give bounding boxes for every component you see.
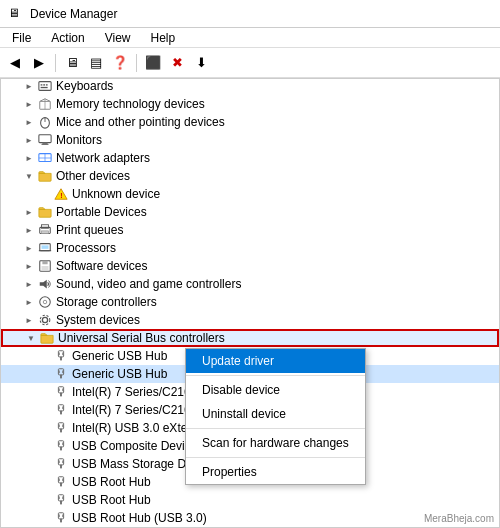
svg-rect-1 xyxy=(41,84,43,85)
item-label-processors: Processors xyxy=(56,241,116,255)
svg-rect-60 xyxy=(60,483,62,487)
item-icon-roothub2 xyxy=(53,492,69,508)
expand-icon-storage[interactable]: ► xyxy=(21,294,37,310)
context-menu-item-scan-changes[interactable]: Scan for hardware changes xyxy=(186,431,365,455)
context-menu-item-update-driver[interactable]: Update driver xyxy=(186,349,365,373)
svg-rect-19 xyxy=(42,231,49,234)
tree-item-monitors[interactable]: ►Monitors xyxy=(1,131,499,149)
tree-item-portable[interactable]: ►Portable Devices xyxy=(1,203,499,221)
menu-file[interactable]: File xyxy=(8,30,35,46)
tree-item-usb[interactable]: ▼Universal Serial Bus controllers xyxy=(1,329,499,347)
app-icon: 🖥 xyxy=(8,6,24,22)
item-label-monitors: Monitors xyxy=(56,133,102,147)
svg-rect-64 xyxy=(60,501,62,505)
tree-item-unknown[interactable]: !Unknown device xyxy=(1,185,499,203)
list-button[interactable]: ▤ xyxy=(85,52,107,74)
item-icon-system xyxy=(37,312,53,328)
forward-button[interactable]: ▶ xyxy=(28,52,50,74)
expand-icon-usb[interactable]: ▼ xyxy=(23,330,39,346)
uninstall-button[interactable]: ✖ xyxy=(166,52,188,74)
svg-rect-44 xyxy=(60,411,62,415)
tree-item-memory[interactable]: ►Memory technology devices xyxy=(1,95,499,113)
expand-icon-intel3[interactable] xyxy=(37,420,53,436)
context-menu-item-properties[interactable]: Properties xyxy=(186,460,365,484)
item-icon-intel1 xyxy=(53,384,69,400)
svg-rect-56 xyxy=(60,465,62,469)
context-menu-item-uninstall-device[interactable]: Uninstall device xyxy=(186,402,365,426)
expand-icon-composite[interactable] xyxy=(37,438,53,454)
svg-rect-68 xyxy=(60,519,62,523)
expand-icon-massstorage[interactable] xyxy=(37,456,53,472)
expand-icon-memory[interactable]: ► xyxy=(21,96,37,112)
expand-icon-print[interactable]: ► xyxy=(21,222,37,238)
svg-rect-36 xyxy=(60,375,62,379)
expand-icon-roothub3[interactable] xyxy=(37,510,53,526)
svg-rect-40 xyxy=(60,393,62,397)
expand-icon-portable[interactable]: ► xyxy=(21,204,37,220)
expand-icon-system[interactable]: ► xyxy=(21,312,37,328)
tree-item-keyboards[interactable]: ►Keyboards xyxy=(1,78,499,95)
expand-icon-intel2[interactable] xyxy=(37,402,53,418)
item-label-system: System devices xyxy=(56,313,140,327)
expand-icon-network[interactable]: ► xyxy=(21,150,37,166)
expand-icon-sound[interactable]: ► xyxy=(21,276,37,292)
tree-item-roothub2[interactable]: USB Root Hub xyxy=(1,491,499,509)
item-icon-print xyxy=(37,222,53,238)
item-label-usb: Universal Serial Bus controllers xyxy=(58,331,225,345)
expand-icon-mice[interactable]: ► xyxy=(21,114,37,130)
watermark: MeraBheja.com xyxy=(424,513,494,524)
item-label-generic2: Generic USB Hub xyxy=(72,367,167,381)
computer-button[interactable]: 🖥 xyxy=(61,52,83,74)
expand-icon-roothub1[interactable] xyxy=(37,474,53,490)
svg-rect-24 xyxy=(42,261,47,265)
item-label-sound: Sound, video and game controllers xyxy=(56,277,241,291)
svg-point-27 xyxy=(40,297,51,308)
menu-action[interactable]: Action xyxy=(47,30,88,46)
svg-rect-48 xyxy=(60,429,62,433)
item-label-roothub1: USB Root Hub xyxy=(72,475,151,489)
svg-point-30 xyxy=(40,315,50,325)
tree-item-print[interactable]: ►Print queues xyxy=(1,221,499,239)
scan-button[interactable]: ⬛ xyxy=(142,52,164,74)
tree-item-sound[interactable]: ►Sound, video and game controllers xyxy=(1,275,499,293)
svg-rect-2 xyxy=(43,84,45,85)
tree-item-network[interactable]: ►Network adapters xyxy=(1,149,499,167)
item-icon-massstorage xyxy=(53,456,69,472)
expand-icon-unknown[interactable] xyxy=(37,186,53,202)
expand-icon-generic2[interactable] xyxy=(37,366,53,382)
item-icon-memory xyxy=(37,96,53,112)
expand-icon-processors[interactable]: ► xyxy=(21,240,37,256)
item-icon-intel2 xyxy=(53,402,69,418)
tree-item-software[interactable]: ►Software devices xyxy=(1,257,499,275)
item-icon-processors xyxy=(37,240,53,256)
item-icon-storage xyxy=(37,294,53,310)
tree-item-other[interactable]: ▼Other devices xyxy=(1,167,499,185)
expand-icon-monitors[interactable]: ► xyxy=(21,132,37,148)
item-label-portable: Portable Devices xyxy=(56,205,147,219)
menu-bar: FileActionViewHelp xyxy=(0,28,500,48)
tree-item-processors[interactable]: ►Processors xyxy=(1,239,499,257)
help-button[interactable]: ❓ xyxy=(109,52,131,74)
menu-help[interactable]: Help xyxy=(147,30,180,46)
tree-item-system[interactable]: ►System devices xyxy=(1,311,499,329)
item-label-roothub2: USB Root Hub xyxy=(72,493,151,507)
expand-icon-intel1[interactable] xyxy=(37,384,53,400)
svg-marker-26 xyxy=(40,280,47,289)
tree-item-mice[interactable]: ►Mice and other pointing devices xyxy=(1,113,499,131)
svg-rect-9 xyxy=(39,135,51,143)
svg-rect-4 xyxy=(41,87,48,88)
expand-icon-roothub2[interactable] xyxy=(37,492,53,508)
svg-point-29 xyxy=(42,317,47,322)
context-menu-separator xyxy=(186,428,365,429)
svg-rect-21 xyxy=(42,245,49,249)
context-menu-item-disable-device[interactable]: Disable device xyxy=(186,378,365,402)
tree-item-storage[interactable]: ►Storage controllers xyxy=(1,293,499,311)
update-button[interactable]: ⬇ xyxy=(190,52,212,74)
menu-view[interactable]: View xyxy=(101,30,135,46)
back-button[interactable]: ◀ xyxy=(4,52,26,74)
expand-icon-other[interactable]: ▼ xyxy=(21,168,37,184)
expand-icon-keyboards[interactable]: ► xyxy=(21,78,37,94)
item-icon-sound xyxy=(37,276,53,292)
expand-icon-software[interactable]: ► xyxy=(21,258,37,274)
expand-icon-generic1[interactable] xyxy=(37,348,53,364)
